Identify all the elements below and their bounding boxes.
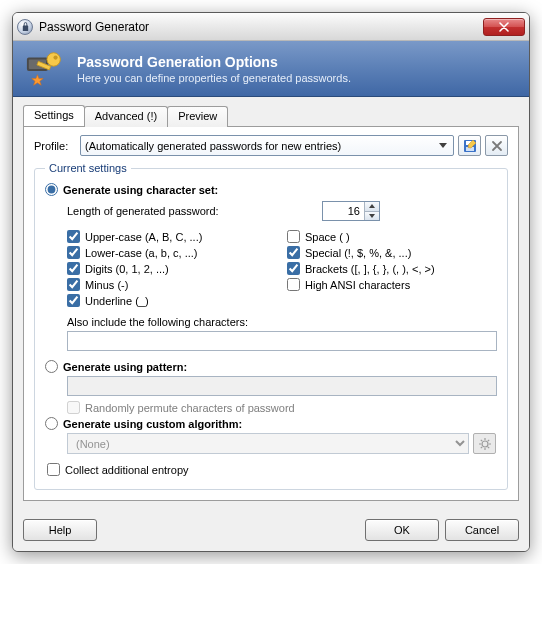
mode-algo-row: Generate using custom algorithm: bbox=[45, 417, 497, 430]
profile-label: Profile: bbox=[34, 140, 80, 152]
delete-profile-button[interactable] bbox=[485, 135, 508, 156]
svg-point-3 bbox=[53, 55, 57, 59]
lbl-underline[interactable]: Underline (_) bbox=[85, 295, 149, 307]
window-title: Password Generator bbox=[39, 20, 483, 34]
mode-charset-label[interactable]: Generate using character set: bbox=[63, 184, 218, 196]
banner: Password Generation Options Here you can… bbox=[13, 41, 529, 97]
algo-settings-button bbox=[473, 433, 496, 454]
tab-preview[interactable]: Preview bbox=[167, 106, 228, 127]
lbl-entropy[interactable]: Collect additional entropy bbox=[65, 464, 189, 476]
current-settings-group: Current settings Generate using characte… bbox=[34, 162, 508, 490]
banner-subtitle: Here you can define properties of genera… bbox=[77, 72, 351, 84]
svg-point-8 bbox=[482, 441, 488, 447]
dialog-footer: Help OK Cancel bbox=[13, 511, 529, 551]
profile-select[interactable]: (Automatically generated passwords for n… bbox=[80, 135, 454, 156]
mode-charset-row: Generate using character set: bbox=[45, 183, 497, 196]
svg-line-14 bbox=[487, 446, 488, 447]
svg-line-15 bbox=[487, 439, 488, 440]
cancel-button[interactable]: Cancel bbox=[445, 519, 519, 541]
chk-space[interactable] bbox=[287, 230, 300, 243]
tab-advanced[interactable]: Advanced (!) bbox=[84, 106, 168, 127]
banner-text: Password Generation Options Here you can… bbox=[77, 54, 351, 84]
pattern-input bbox=[67, 376, 497, 396]
chk-lower[interactable] bbox=[67, 246, 80, 259]
titlebar: Password Generator bbox=[13, 13, 529, 41]
charset-options: Length of generated password: bbox=[67, 201, 497, 351]
also-include-input[interactable] bbox=[67, 331, 497, 351]
dialog-window: Password Generator Password Generation O… bbox=[12, 12, 530, 552]
chk-digits[interactable] bbox=[67, 262, 80, 275]
chk-special[interactable] bbox=[287, 246, 300, 259]
ok-button[interactable]: OK bbox=[365, 519, 439, 541]
group-legend: Current settings bbox=[45, 162, 131, 174]
mode-pattern-label[interactable]: Generate using pattern: bbox=[63, 361, 187, 373]
spin-down-button[interactable] bbox=[365, 212, 379, 221]
key-icon bbox=[25, 48, 67, 90]
chk-underline[interactable] bbox=[67, 294, 80, 307]
tab-strip: Settings Advanced (!) Preview bbox=[23, 105, 519, 126]
algo-block: (None) bbox=[67, 433, 497, 454]
mode-algo-radio[interactable] bbox=[45, 417, 58, 430]
mode-charset-radio[interactable] bbox=[45, 183, 58, 196]
tab-panel-settings: Profile: (Automatically generated passwo… bbox=[23, 126, 519, 501]
svg-line-13 bbox=[480, 439, 481, 440]
spin-up-button[interactable] bbox=[365, 202, 379, 212]
save-profile-button[interactable] bbox=[458, 135, 481, 156]
banner-title: Password Generation Options bbox=[77, 54, 351, 70]
length-spinner[interactable] bbox=[322, 201, 380, 221]
mode-pattern-radio[interactable] bbox=[45, 360, 58, 373]
lbl-special[interactable]: Special (!, $, %, &, ...) bbox=[305, 247, 411, 259]
chk-entropy[interactable] bbox=[47, 463, 60, 476]
algo-select: (None) bbox=[67, 433, 469, 454]
tab-settings[interactable]: Settings bbox=[23, 105, 85, 126]
tab-container: Settings Advanced (!) Preview Profile: (… bbox=[23, 105, 519, 501]
chk-ansi[interactable] bbox=[287, 278, 300, 291]
mode-algo-label[interactable]: Generate using custom algorithm: bbox=[63, 418, 242, 430]
lbl-digits[interactable]: Digits (0, 1, 2, ...) bbox=[85, 263, 169, 275]
length-input[interactable] bbox=[323, 204, 363, 218]
lbl-permute: Randomly permute characters of password bbox=[85, 402, 295, 414]
length-label: Length of generated password: bbox=[67, 205, 322, 217]
app-icon bbox=[17, 19, 33, 35]
profile-selected-text: (Automatically generated passwords for n… bbox=[85, 140, 341, 152]
lbl-lower[interactable]: Lower-case (a, b, c, ...) bbox=[85, 247, 197, 259]
pattern-block: Randomly permute characters of password bbox=[67, 376, 497, 414]
help-button[interactable]: Help bbox=[23, 519, 97, 541]
chevron-down-icon bbox=[435, 138, 451, 153]
svg-point-2 bbox=[47, 52, 60, 65]
lbl-ansi[interactable]: High ANSI characters bbox=[305, 279, 410, 291]
lbl-space[interactable]: Space ( ) bbox=[305, 231, 350, 243]
mode-pattern-row: Generate using pattern: bbox=[45, 360, 497, 373]
chk-permute bbox=[67, 401, 80, 414]
lbl-upper[interactable]: Upper-case (A, B, C, ...) bbox=[85, 231, 202, 243]
also-include-label: Also include the following characters: bbox=[67, 316, 497, 328]
profile-row: Profile: (Automatically generated passwo… bbox=[34, 135, 508, 156]
chk-upper[interactable] bbox=[67, 230, 80, 243]
chk-minus[interactable] bbox=[67, 278, 80, 291]
chk-brackets[interactable] bbox=[287, 262, 300, 275]
svg-line-16 bbox=[480, 446, 481, 447]
content-area: Settings Advanced (!) Preview Profile: (… bbox=[13, 97, 529, 511]
lbl-minus[interactable]: Minus (-) bbox=[85, 279, 128, 291]
lbl-brackets[interactable]: Brackets ([, ], {, }, (, ), <, >) bbox=[305, 263, 435, 275]
close-button[interactable] bbox=[483, 18, 525, 36]
